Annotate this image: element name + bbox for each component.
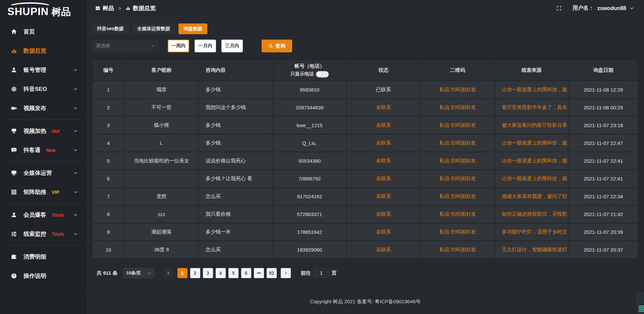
cell-content: 多少钱 xyxy=(199,117,273,134)
page-button-5[interactable]: 5 xyxy=(228,268,238,278)
sidebar-item-label: 数据总览 xyxy=(23,47,46,55)
cell-content: 说说价格让我死心 xyxy=(199,152,273,169)
sidebar-item-label: 矩阵助推 xyxy=(23,188,46,196)
cell-status: 未联系 xyxy=(347,170,421,187)
tab-omnimedia-data[interactable]: 全媒体运营数据 xyxy=(132,23,175,34)
filter-select[interactable]: 请选择 xyxy=(92,40,159,52)
cell-source: 多功能护栏灯，适用于乡村文... xyxy=(495,223,569,241)
breadcrumb-root[interactable]: 树品 xyxy=(103,4,114,12)
prev-page-button[interactable] xyxy=(163,268,173,278)
sidebar-item-video-heat[interactable]: 视频加热 Hot xyxy=(0,121,87,141)
tab-douyin-seo-data[interactable]: 抖音seo数据 xyxy=(92,23,129,34)
sidebar-item-member-burst[interactable]: 会员爆客 Tools xyxy=(0,205,87,224)
cell-content: 我想问这个多少钱 xyxy=(199,99,273,116)
goto-page-input[interactable] xyxy=(314,268,329,278)
source-link[interactable]: 让你一眼就爱上的黑科技，能... xyxy=(502,140,569,146)
phone-only-toggle[interactable] xyxy=(316,71,329,77)
cell-id: 7 xyxy=(93,188,125,205)
chevron-down-icon[interactable] xyxy=(630,6,634,10)
search-button[interactable]: 查询 xyxy=(262,40,292,52)
svg-text:?: ? xyxy=(13,274,15,278)
source-link[interactable]: 如何正确选择投影仪，买投影... xyxy=(502,211,569,217)
col-header-id: 编号 xyxy=(93,60,125,81)
sidebar-item-consumption-detail[interactable]: 消费明细 xyxy=(0,247,87,266)
tools-badge: Tools xyxy=(52,231,64,237)
qrcode-link[interactable]: 私信 扫码加好友 xyxy=(439,158,476,164)
table-row: 2 不可一世 我想问这个多少钱 2097344839 未联系 私信 扫码加好友 … xyxy=(93,99,638,117)
qrcode-link[interactable]: 私信 扫码加好友 xyxy=(439,140,476,146)
source-link[interactable]: 被大家追着问的客厅投影分享... xyxy=(502,122,569,128)
source-link[interactable]: 让你一眼就爱上的黑科技，能... xyxy=(502,158,569,164)
range-week-button[interactable]: 一周内 xyxy=(168,40,189,52)
cell-nickname: 潮起潮落 xyxy=(125,223,199,241)
qrcode-link[interactable]: 私信 扫码加好友 xyxy=(439,211,476,217)
username-value[interactable]: zswodun88 xyxy=(597,5,626,11)
sidebar-item-doukettong[interactable]: 抖客通 New xyxy=(0,141,87,160)
page-button-1[interactable]: 1 xyxy=(177,268,187,278)
chevron-down-icon xyxy=(73,148,78,152)
range-quarter-button[interactable]: 三月内 xyxy=(221,40,243,52)
cell-account: love__1215 xyxy=(273,117,347,134)
vip-badge: VIP xyxy=(52,190,59,195)
sidebar-item-label: 抖音SEO xyxy=(23,85,47,93)
cell-date: 2021-11-07 22:41 xyxy=(569,152,638,169)
sidebar-item-instructions[interactable]: ? 操作说明 xyxy=(0,266,87,285)
source-link[interactable]: 无主灯设计，智能磁吸轨道灯... xyxy=(502,247,569,253)
sidebar-item-data-overview[interactable]: 数据总览 xyxy=(0,41,87,60)
cell-nickname: 觉然 xyxy=(125,188,199,205)
qrcode-link[interactable]: 私信 扫码加好友 xyxy=(439,104,476,111)
col-header-qrcode: 二维码 xyxy=(421,60,495,81)
fullscreen-icon[interactable] xyxy=(556,5,562,11)
qrcode-link[interactable]: 私信 扫码加好友 xyxy=(439,193,476,200)
more-pages-button[interactable]: ••• xyxy=(254,268,264,278)
cell-source: 客厅安装投影半年多了，真实... xyxy=(495,99,569,116)
source-link[interactable]: 多功能护栏灯，适用于乡村文... xyxy=(502,229,569,235)
qrcode-link[interactable]: 私信 扫码加好友 xyxy=(439,229,476,235)
range-month-button[interactable]: 一月内 xyxy=(195,40,216,52)
col-header-source: 线索来源 xyxy=(495,60,569,81)
video-camera-icon xyxy=(11,105,18,112)
col-header-status: 状态 xyxy=(347,60,421,81)
qrcode-link[interactable]: 私信 扫码加好友 xyxy=(439,175,476,182)
sidebar-item-label: 消费明细 xyxy=(23,253,46,261)
next-page-button[interactable] xyxy=(281,268,291,278)
tab-inquiry-data[interactable]: 询盘数据 xyxy=(178,23,207,34)
sidebar-item-douyin-seo[interactable]: 抖音SEO xyxy=(0,80,87,99)
source-link[interactable]: 感谢大家喜欢我家，被问了好... xyxy=(502,193,569,200)
sidebar-item-label: 操作说明 xyxy=(23,272,46,280)
sidebar-item-omnimedia[interactable]: 全媒体运营 xyxy=(0,163,87,182)
cell-source: 如何正确选择投影仪，买投影... xyxy=(495,206,569,223)
qrcode-link[interactable]: 私信 扫码加好友 xyxy=(439,122,476,128)
cell-date: 2021-11-07 20:39 xyxy=(569,223,638,241)
sidebar-item-label: 线索监控 xyxy=(23,230,46,238)
cell-nickname xyxy=(125,170,199,187)
sidebar-item-video-publish[interactable]: 视频发布 xyxy=(0,99,87,118)
cell-account: 70898792 xyxy=(273,170,347,187)
filter-bar: 请选择 一周内 一月内 三月内 查询 xyxy=(92,40,639,52)
page-size-select[interactable]: 10条/页 xyxy=(123,268,155,278)
sidebar-item-label: 视频加热 xyxy=(23,127,46,135)
cell-account: 917024162 xyxy=(273,188,347,205)
page-button-3[interactable]: 3 xyxy=(203,268,213,278)
cell-nickname: 36度 8 xyxy=(125,241,199,258)
sidebar-item-lead-monitor[interactable]: 线索监控 Tools xyxy=(0,224,87,244)
source-link[interactable]: 客厅安装投影半年多了，真实... xyxy=(502,104,569,111)
cell-status: 未联系 xyxy=(347,188,421,205)
qrcode-link[interactable]: 私信 扫码加好友 xyxy=(439,247,476,253)
sidebar-item-matrix-boost[interactable]: 矩阵助推 VIP xyxy=(0,182,87,202)
sidebar-item-home[interactable]: 首页 xyxy=(0,22,87,41)
page-button-4[interactable]: 4 xyxy=(216,268,226,278)
source-link[interactable]: 让你一眼就爱上的黑科技，能... xyxy=(502,87,569,93)
cell-date: 2021-11-07 20:37 xyxy=(569,241,638,258)
page-button-2[interactable]: 2 xyxy=(190,268,200,278)
goto-suffix: 页 xyxy=(332,270,337,276)
cell-qrcode: 私信 扫码加好友 xyxy=(421,188,495,205)
chevron-down-icon xyxy=(73,232,78,236)
page-button-6[interactable]: 6 xyxy=(241,268,251,278)
page-button-92[interactable]: 92 xyxy=(267,268,277,278)
qrcode-link[interactable]: 私信 扫码加好友 xyxy=(439,87,476,93)
source-link[interactable]: 让你一眼就爱上的黑科技，能... xyxy=(502,175,569,182)
cell-account: 183929060 xyxy=(273,241,347,258)
table-row: 3 狐小狸 多少钱 love__1215 未联系 私信 扫码加好友 被大家追着问… xyxy=(93,117,638,135)
sidebar-item-account-management[interactable]: 账号管理 xyxy=(0,60,87,80)
